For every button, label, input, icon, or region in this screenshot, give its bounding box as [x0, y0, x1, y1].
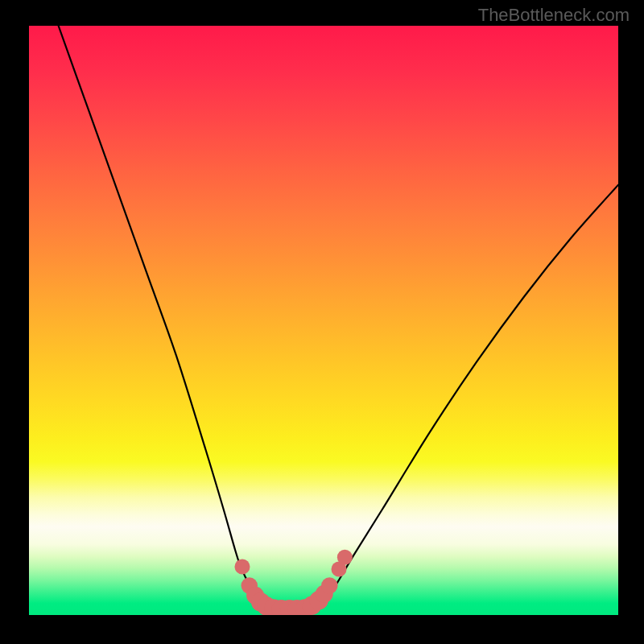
bead-marker-group: [234, 550, 352, 615]
plot-area: [29, 26, 618, 615]
curve-right: [306, 185, 618, 609]
bead-marker: [234, 559, 250, 574]
bead-marker: [321, 577, 337, 593]
watermark-label: TheBottleneck.com: [478, 5, 630, 26]
curve-left: [59, 26, 283, 609]
bead-marker: [337, 550, 353, 565]
chart-svg: [29, 26, 618, 615]
